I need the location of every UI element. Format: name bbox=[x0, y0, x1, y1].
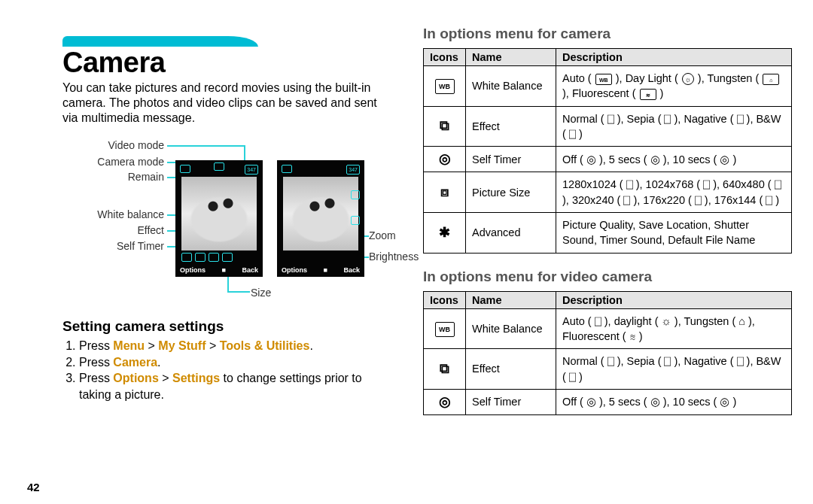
size-icon: ⧈ bbox=[436, 184, 454, 199]
remain-counter: 347 bbox=[346, 165, 360, 175]
cell-desc: Picture Quality, Save Location, Shutter … bbox=[556, 213, 792, 254]
th-desc: Description bbox=[556, 49, 792, 66]
video-options-table: Icons Name Description WB White Balance … bbox=[423, 291, 792, 415]
cell-name: Self Timer bbox=[466, 389, 556, 414]
size-icon bbox=[222, 253, 233, 262]
label-camera-mode: Camera mode bbox=[59, 156, 164, 168]
step-2: Press Camera. bbox=[79, 354, 390, 371]
label-white-balance: White balance bbox=[66, 208, 164, 220]
screenshot-options: 347 Options ■ Back bbox=[175, 160, 263, 277]
viewfinder-image bbox=[283, 177, 358, 250]
timer-icon: ◎ bbox=[436, 394, 454, 409]
effect-icon: ⧉ bbox=[436, 361, 454, 376]
label-zoom: Zoom bbox=[369, 229, 396, 241]
settings-heading: Setting camera settings bbox=[62, 318, 390, 335]
screenshot-zoom: 347 Options ■ Back bbox=[277, 160, 364, 277]
table-row: ⧈ Picture Size 1280x1024 ( ⎕ ), 1024x768… bbox=[424, 172, 792, 213]
th-icons: Icons bbox=[424, 291, 466, 308]
cell-name: Picture Size bbox=[466, 172, 556, 213]
settings-steps: Press Menu > My Stuff > Tools & Utilitie… bbox=[62, 338, 390, 402]
table-row: ◎ Self Timer Off ( ◎ ), 5 secs ( ◎ ), 10… bbox=[424, 389, 792, 414]
zoom-indicator-icon bbox=[351, 190, 360, 199]
cell-name: White Balance bbox=[466, 308, 556, 349]
label-remain: Remain bbox=[89, 171, 164, 183]
effect-icon bbox=[195, 253, 206, 262]
cell-name: Advanced bbox=[466, 213, 556, 254]
viewfinder-image bbox=[181, 177, 257, 250]
remain-counter: 347 bbox=[245, 165, 258, 175]
video-mode-icon bbox=[214, 162, 224, 171]
wb-icon: WB bbox=[435, 79, 455, 94]
th-name: Name bbox=[466, 291, 556, 308]
timer-icon: ◎ bbox=[436, 151, 454, 166]
wb-icon: WB bbox=[435, 322, 455, 337]
th-icons: Icons bbox=[424, 49, 466, 66]
cell-name: Self Timer bbox=[466, 147, 556, 172]
cell-desc: Normal ( ⎕ ), Sepia ( ⎕ ), Nagative ( ⎕ … bbox=[556, 106, 792, 147]
cell-name: Effect bbox=[466, 106, 556, 147]
table-row: ◎ Self Timer Off ( ◎ ), 5 secs ( ◎ ), 10… bbox=[424, 147, 792, 172]
left-column: Camera You can take pictures and record … bbox=[21, 23, 390, 430]
table-row: ⧉ Effect Normal ( ⎕ ), Sepia ( ⎕ ), Naga… bbox=[424, 349, 792, 390]
cell-desc: Off ( ◎ ), 5 secs ( ◎ ), 10 secs ( ◎ ) bbox=[556, 147, 792, 172]
step-3: Press Options > Settings to change setti… bbox=[79, 370, 390, 402]
page-title: Camera bbox=[62, 47, 390, 79]
label-size: Size bbox=[251, 287, 271, 299]
camera-mode-icon bbox=[282, 165, 292, 173]
cell-desc: Auto ( ⎕ ), daylight ( ☼ ), Tungsten ( ⌂… bbox=[556, 308, 792, 349]
softkey-back: Back bbox=[343, 266, 360, 274]
advanced-icon: ✱ bbox=[436, 225, 454, 240]
camera-diagram: Video mode Camera mode Remain White bala… bbox=[44, 139, 390, 312]
table-row: ✱ Advanced Picture Quality, Save Locatio… bbox=[424, 213, 792, 254]
th-name: Name bbox=[466, 49, 556, 66]
wb-icon bbox=[181, 253, 192, 262]
camera-options-heading: In options menu for camera bbox=[423, 26, 792, 42]
label-video-mode: Video mode bbox=[66, 139, 164, 151]
cell-name: White Balance bbox=[466, 66, 556, 107]
camera-options-table: Icons Name Description WB White Balance … bbox=[423, 48, 792, 254]
header-tab bbox=[62, 30, 390, 47]
label-self-timer: Self Timer bbox=[74, 240, 164, 252]
brightness-indicator-icon bbox=[351, 216, 360, 225]
softkey-options: Options bbox=[282, 266, 307, 274]
softkey-back: Back bbox=[242, 266, 258, 274]
table-row: WB White Balance Auto ( WB ), Day Light … bbox=[424, 66, 792, 107]
table-row: ⧉ Effect Normal ( ⎕ ), Sepia ( ⎕ ), Naga… bbox=[424, 106, 792, 147]
video-options-heading: In options menu for video camera bbox=[423, 269, 792, 285]
table-row: WB White Balance Auto ( ⎕ ), daylight ( … bbox=[424, 308, 792, 349]
right-column: In options menu for camera Icons Name De… bbox=[423, 23, 792, 430]
cell-desc: 1280x1024 ( ⎕ ), 1024x768 ( ⎕ ), 640x480… bbox=[556, 172, 792, 213]
cell-name: Effect bbox=[466, 349, 556, 390]
step-1: Press Menu > My Stuff > Tools & Utilitie… bbox=[79, 338, 390, 354]
timer-icon bbox=[209, 253, 219, 262]
camera-mode-icon bbox=[180, 165, 190, 173]
softkey-options: Options bbox=[180, 266, 206, 274]
cell-desc: Auto ( WB ), Day Light ( ), Tungsten ( )… bbox=[556, 66, 792, 107]
page-number: 42 bbox=[27, 481, 40, 493]
label-brightness: Brightness bbox=[369, 250, 419, 263]
cell-desc: Off ( ◎ ), 5 secs ( ◎ ), 10 secs ( ◎ ) bbox=[556, 389, 792, 414]
effect-icon: ⧉ bbox=[436, 118, 454, 133]
th-desc: Description bbox=[556, 291, 792, 308]
intro-text: You can take pictures and record movies … bbox=[62, 80, 390, 126]
cell-desc: Normal ( ⎕ ), Sepia ( ⎕ ), Nagative ( ⎕ … bbox=[556, 349, 792, 390]
label-effect: Effect bbox=[89, 224, 164, 236]
